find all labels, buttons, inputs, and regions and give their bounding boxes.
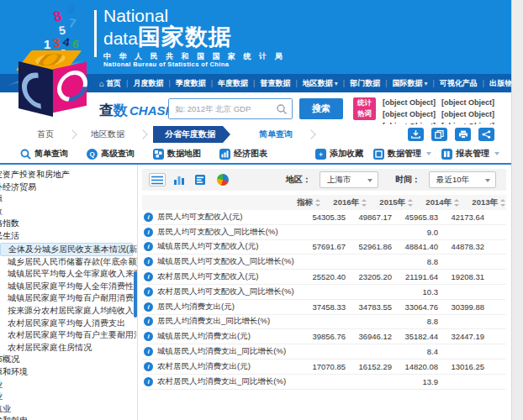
sort-icon[interactable]: [315, 199, 321, 207]
nav-list: ⌂ 首页 月度数据 季度数据 年度数据: [99, 78, 523, 89]
sidebar-item[interactable]: 民生活: [0, 230, 137, 243]
value-2015: 52961.86: [346, 242, 392, 251]
sidebar-item[interactable]: 按来源分农村居民家庭人均纯收入: [0, 305, 137, 318]
hbar-chart-view-icon[interactable]: [193, 173, 209, 186]
value-2014: 45965.83: [392, 213, 438, 222]
sort-icon[interactable]: [454, 199, 460, 207]
value-2015: 16152.29: [346, 362, 392, 371]
header-label: 指标: [297, 197, 313, 208]
sidebar-item[interactable]: 定资产投资和房地产: [0, 169, 137, 181]
time-select[interactable]: 最近10年: [429, 171, 496, 188]
nav-item[interactable]: 月度数据: [121, 78, 163, 89]
search-button[interactable]: 搜索: [299, 98, 343, 119]
nav-item[interactable]: 年度数据: [206, 78, 248, 89]
breadcrumb-tab[interactable]: 地区数据: [82, 126, 133, 143]
info-icon[interactable]: [144, 347, 153, 356]
copy-icon[interactable]: [431, 128, 447, 141]
tab-simple-query[interactable]: 简单查询: [20, 148, 68, 160]
sort-icon[interactable]: [500, 199, 506, 207]
sidebar-item[interactable]: 源和环境: [0, 366, 137, 379]
sort-icon[interactable]: [362, 199, 367, 207]
add-favorite-button[interactable]: ＋ 添加收藏: [315, 148, 363, 160]
print-icon[interactable]: [455, 128, 471, 141]
info-icon[interactable]: [144, 362, 153, 371]
tab-advanced-query[interactable]: Q 高级查询: [87, 148, 135, 160]
list-view-icon[interactable]: [149, 173, 166, 186]
sidebar-item[interactable]: 外经济贸易: [0, 181, 137, 194]
table-header-cell[interactable]: 2013年: [460, 197, 506, 208]
sidebar-item[interactable]: 输和邮电: [0, 415, 137, 420]
page-action-icons: [408, 128, 494, 141]
info-icon[interactable]: [144, 228, 153, 237]
info-icon[interactable]: [144, 213, 153, 222]
region-filter-label: 地区：: [286, 174, 311, 186]
nav-item[interactable]: 普查数据: [248, 78, 290, 89]
info-icon[interactable]: [144, 287, 153, 297]
table-header-cell[interactable]: 2015年: [367, 197, 414, 208]
table-header-cell[interactable]: 2016年: [321, 197, 367, 208]
brand-line1: National: [103, 7, 285, 25]
hot-word-link[interactable]: [object Object]: [383, 109, 436, 119]
bar-chart-view-icon[interactable]: [171, 173, 188, 186]
table-row: 居民人均可支配收入(元) 54305.35 49867.17 45965.83 …: [142, 210, 506, 225]
sidebar-item[interactable]: 城镇居民平均每人全年家庭收入来源: [0, 268, 137, 281]
sidebar-item[interactable]: 格指数: [0, 218, 137, 230]
data-manage-menu[interactable]: 数据管理: [373, 148, 431, 160]
hot-word-link[interactable]: [object Object]: [441, 97, 494, 108]
table-header-cell[interactable]: 2014年: [414, 197, 460, 208]
indicator-label: 城镇居民人均消费支出_同比增长(%): [157, 346, 286, 357]
sidebar-item[interactable]: 市概况: [0, 354, 137, 366]
sidebar-item[interactable]: 政: [0, 206, 137, 218]
nav-item[interactable]: 部门数据: [338, 78, 380, 89]
sidebar-item[interactable]: 城镇居民家庭平均每百户耐用消费品拥有量: [0, 292, 137, 305]
chevron-down-icon: [367, 179, 372, 182]
hot-word-link[interactable]: [object Object]: [383, 97, 436, 108]
info-icon[interactable]: [144, 272, 153, 281]
sort-icon[interactable]: [408, 199, 414, 207]
pie-chart-view-icon[interactable]: [214, 173, 231, 186]
region-select[interactable]: 上海市: [320, 171, 378, 188]
sidebar-item[interactable]: 全体及分城乡居民收支基本情况(新口径): [0, 243, 133, 256]
value-2014: 9.0: [392, 228, 438, 237]
nav-item[interactable]: 地区数据 ▾: [290, 78, 337, 89]
nav-item[interactable]: 出版物: [478, 78, 512, 89]
sidebar-item[interactable]: 业: [0, 379, 137, 391]
browser-scrollbar[interactable]: [511, 0, 523, 420]
sidebar-item[interactable]: 农村居民家庭平均每人消费支出: [0, 318, 137, 330]
economic-chart-icon: [219, 149, 230, 160]
value-2014: 8.4: [392, 347, 438, 356]
tab-data-map[interactable]: 数据地图: [153, 148, 201, 160]
nav-item[interactable]: ⌂ 首页: [99, 78, 121, 89]
sidebar-item[interactable]: 农村居民家庭平均每百户主要耐用消费品拥有量: [0, 329, 137, 342]
info-icon[interactable]: [144, 242, 153, 251]
logo-digit: 7: [68, 16, 77, 31]
nav-item-label: 国际数据: [392, 78, 422, 89]
sidebar-item[interactable]: 农村居民家庭住房情况: [0, 342, 137, 354]
info-icon[interactable]: [144, 257, 153, 266]
share-icon[interactable]: [478, 128, 494, 141]
info-icon[interactable]: [144, 302, 153, 312]
report-manage-menu[interactable]: 报表管理: [441, 148, 499, 160]
hot-word-link[interactable]: [object Object]: [441, 109, 494, 119]
sidebar-item[interactable]: 城乡居民人民币储蓄存款(年底余额): [0, 256, 137, 269]
sidebar-item[interactable]: 城镇居民家庭平均每人全年消费性支出: [0, 281, 137, 293]
search-input[interactable]: [169, 99, 292, 118]
value-2014: 14820.08: [392, 362, 438, 371]
time-filter-label: 时间：: [395, 174, 420, 186]
nav-item[interactable]: 季度数据: [163, 78, 205, 89]
table-header-cell[interactable]: 指标: [164, 197, 321, 208]
nav-item[interactable]: 国际数据 ▾: [380, 78, 427, 89]
sidebar-item[interactable]: 筑业: [0, 403, 137, 416]
breadcrumb-tab[interactable]: 分省年度数据: [153, 126, 230, 143]
nav-item[interactable]: 可视化产品: [427, 78, 477, 89]
sidebar-scrollbar[interactable]: [134, 271, 137, 318]
info-icon[interactable]: [144, 377, 153, 386]
sidebar-item[interactable]: 业: [0, 391, 137, 403]
sidebar-item[interactable]: 源: [0, 193, 137, 206]
info-icon[interactable]: [144, 332, 153, 341]
info-icon[interactable]: [144, 317, 153, 326]
download-icon[interactable]: [408, 128, 424, 141]
breadcrumb-tab[interactable]: 首页: [29, 126, 62, 143]
tab-economic-charts[interactable]: 经济图表: [219, 148, 267, 160]
breadcrumb-tab[interactable]: 简单查询: [251, 126, 301, 143]
